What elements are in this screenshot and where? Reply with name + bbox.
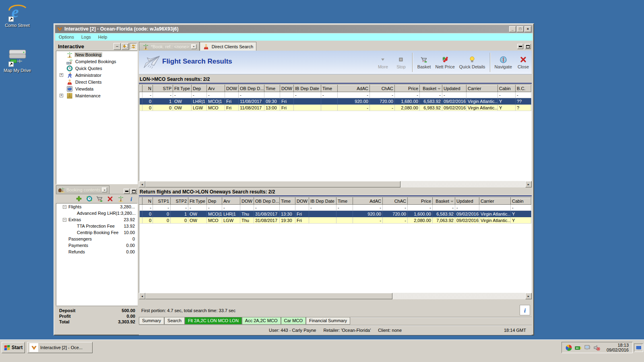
window-titlebar[interactable]: Interactive [2] - Ocean-Florida (code: w… [55, 25, 533, 33]
column-header[interactable]: Updated [442, 85, 466, 92]
column-header[interactable]: Basket [433, 198, 455, 205]
filter-cell[interactable]: - [309, 205, 336, 211]
document-tab[interactable]: *Book. ref.: <none>× [139, 42, 200, 51]
filter-cell[interactable] [240, 205, 254, 211]
info-button[interactable]: i [520, 305, 530, 315]
column-header[interactable]: AdAC [338, 85, 370, 92]
nav-item[interactable]: New Booking [56, 51, 137, 58]
refresh-clock-icon[interactable] [86, 195, 93, 202]
filter-cell[interactable]: - [254, 205, 280, 211]
filter-cell[interactable]: - [171, 205, 188, 211]
filter-cell[interactable]: - [383, 205, 408, 211]
column-header[interactable]: N [142, 198, 153, 205]
scroll-right-icon[interactable]: ► [525, 293, 532, 299]
filter-cell[interactable]: - [192, 92, 207, 98]
nav-item[interactable]: Completed Bookings [56, 58, 137, 65]
document-maximize-button[interactable] [525, 44, 531, 49]
filter-cell[interactable]: - [207, 92, 225, 98]
collapse-panel-button[interactable]: − [114, 43, 121, 50]
filter-cell[interactable] [479, 205, 511, 211]
view-tab[interactable]: Summary [139, 317, 164, 325]
view-tab[interactable]: Acc 2A,2C MCO [242, 317, 281, 325]
filter-cell[interactable] [295, 205, 309, 211]
filter-cell[interactable]: - [511, 205, 531, 211]
filter-cell[interactable]: - [239, 92, 264, 98]
column-header[interactable]: Time [280, 198, 295, 205]
menu-item-help[interactable]: Help [95, 35, 111, 39]
mute-icon[interactable] [593, 344, 600, 351]
filter-cell[interactable]: - [353, 205, 383, 211]
nav-item[interactable]: Viewdata [56, 85, 137, 92]
result-row[interactable]: 000OWMCOLGWThu31/08/201719:30Fri--2,080.… [140, 217, 531, 224]
filter-cell[interactable]: - [153, 92, 173, 98]
desktop-icon[interactable]: eComo Street [0, 2, 35, 28]
dock-arrow-button[interactable] [122, 43, 129, 50]
column-header[interactable]: Arv [207, 85, 225, 92]
column-header[interactable]: STP1 [153, 198, 171, 205]
column-header[interactable] [140, 85, 142, 92]
scroll-right-icon[interactable]: ► [525, 181, 532, 187]
scroll-left-icon[interactable]: ◄ [139, 181, 145, 187]
column-header[interactable]: Time [264, 85, 280, 92]
column-header[interactable]: DOW [240, 198, 254, 205]
outbound-horizontal-scrollbar[interactable]: ◄ ► [139, 181, 532, 187]
maximize-button[interactable]: □ [517, 26, 524, 32]
column-header[interactable]: DOW [280, 85, 294, 92]
booking-row[interactable]: Refunds0.00 [56, 249, 137, 255]
column-header[interactable]: Cabin [498, 85, 516, 92]
collapse-icon[interactable]: − [63, 218, 66, 222]
return-horizontal-scrollbar[interactable]: ◄ ► [139, 293, 532, 299]
column-header[interactable]: Time [336, 198, 353, 205]
expander-icon[interactable]: + [60, 73, 63, 77]
column-header[interactable]: OB Dep D... [254, 198, 280, 205]
info-icon[interactable]: i [128, 195, 134, 202]
column-header[interactable]: N [142, 85, 153, 92]
collapse-icon[interactable]: − [63, 205, 66, 209]
filter-cell[interactable]: - [455, 205, 479, 211]
column-header[interactable]: Dep [207, 198, 222, 205]
column-header[interactable] [140, 198, 142, 205]
close-button[interactable]: Close [516, 56, 530, 69]
filter-cell[interactable]: - [433, 205, 455, 211]
close-button[interactable]: × [524, 26, 531, 32]
column-header[interactable]: STP2 [171, 198, 188, 205]
filter-cell[interactable] [466, 92, 498, 98]
minimize-button[interactable]: _ [509, 26, 516, 32]
filter-cell[interactable]: - [442, 92, 466, 98]
booking-row[interactable]: Passengers0 [56, 236, 137, 242]
desktop-icon[interactable]: Map My Drive [0, 47, 35, 73]
column-header[interactable]: Updated [455, 198, 479, 205]
view-tab[interactable]: Financial Summary [306, 317, 350, 325]
filter-cell[interactable]: - [338, 92, 370, 98]
column-header[interactable]: Basket [420, 85, 442, 92]
column-header[interactable]: Cabin [511, 198, 531, 205]
start-button[interactable]: Start [2, 342, 25, 353]
filter-cell[interactable] [140, 92, 142, 98]
column-header[interactable]: DOW [295, 198, 309, 205]
booking-contents-tab[interactable]: Booking contents × [56, 185, 109, 194]
column-header[interactable]: ChAC [383, 198, 408, 205]
result-row[interactable]: 001OWMCO|1LHR|1Thu31/08/201713:30Fri920.… [140, 211, 531, 217]
tab-close-icon[interactable]: × [191, 44, 196, 49]
palm-icon[interactable] [117, 195, 124, 202]
filter-cell[interactable]: - [142, 92, 153, 98]
filter-cell[interactable] [225, 92, 239, 98]
basket-button[interactable]: Basket [417, 56, 431, 69]
scrollbar-thumb[interactable] [145, 293, 392, 299]
column-header[interactable]: Arv [222, 198, 240, 205]
scroll-left-icon[interactable]: ◄ [139, 293, 145, 299]
filter-cell[interactable]: - [336, 205, 353, 211]
column-header[interactable]: STP [153, 85, 173, 92]
view-tab[interactable]: Flt 2A,2C LON MCO LON [185, 317, 242, 325]
add-icon[interactable] [75, 195, 82, 202]
booking-row[interactable]: −Flights3,280... [56, 204, 137, 210]
booking-row[interactable]: Payments0.00 [56, 242, 137, 249]
filter-cell[interactable]: - [294, 92, 321, 98]
column-header[interactable]: Time [321, 85, 338, 92]
filter-cell[interactable] [140, 205, 142, 211]
delete-icon[interactable] [107, 195, 114, 202]
column-header[interactable]: IB Dep Date [294, 85, 321, 92]
booking-row[interactable]: Centtrip Booking Fee10.00 [56, 229, 137, 236]
show-desktop-button[interactable] [634, 343, 643, 352]
filter-cell[interactable]: - [516, 92, 531, 98]
